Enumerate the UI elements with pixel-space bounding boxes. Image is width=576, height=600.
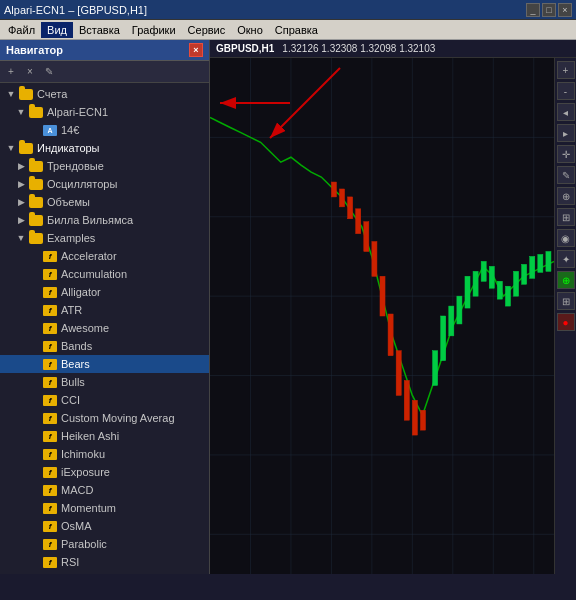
tree-item-alligator[interactable]: Alligator <box>0 283 209 301</box>
svg-rect-24 <box>514 271 519 296</box>
svg-rect-28 <box>546 252 551 272</box>
expand-icon-momentum <box>28 501 42 515</box>
chart-add-button[interactable]: ⊕ <box>557 187 575 205</box>
chart-area: GBPUSD,H1 1.32126 1.32308 1.32098 1.3210… <box>210 40 576 574</box>
alpari-ecn1-label: Alpari-ECN1 <box>47 103 108 121</box>
chart-add2-button[interactable]: ⊕ <box>557 271 575 289</box>
navigator-panel: Навигатор × + × ✎ ▼ Счета ▼ Alpari-ECN1 <box>0 40 210 574</box>
svg-rect-34 <box>372 242 377 277</box>
menu-service[interactable]: Сервис <box>182 22 232 38</box>
tree-item-iexposure[interactable]: iExposure <box>0 463 209 481</box>
svg-rect-39 <box>412 400 417 435</box>
menu-insert[interactable]: Вставка <box>73 22 126 38</box>
tree-item-examples[interactable]: ▼ Examples <box>0 229 209 247</box>
chart-zoom-in-button[interactable]: + <box>557 61 575 79</box>
chart-template-button[interactable]: ✦ <box>557 250 575 268</box>
ichimoku-label: Ichimoku <box>61 445 105 463</box>
svg-rect-32 <box>356 209 361 234</box>
close-button[interactable]: × <box>558 3 572 17</box>
tree-item-oscillators[interactable]: ▶ Осцилляторы <box>0 175 209 193</box>
nav-properties-button[interactable]: ✎ <box>40 63 58 81</box>
nav-new-button[interactable]: + <box>2 63 20 81</box>
examples-label: Examples <box>47 229 95 247</box>
menu-view[interactable]: Вид <box>41 22 73 38</box>
expand-icon-awesome <box>28 321 42 335</box>
expand-icon-heiken-ashi <box>28 429 42 443</box>
menu-window[interactable]: Окно <box>231 22 269 38</box>
tree-item-ichimoku[interactable]: Ichimoku <box>0 445 209 463</box>
svg-rect-38 <box>404 381 409 421</box>
indicator-icon-rsi <box>42 555 58 569</box>
tree-item-account-146[interactable]: A 14€ <box>0 121 209 139</box>
menu-help[interactable]: Справка <box>269 22 324 38</box>
indicator-icon-macd <box>42 483 58 497</box>
menu-file[interactable]: Файл <box>2 22 41 38</box>
chart-dot-button[interactable]: ● <box>557 313 575 331</box>
expand-icon-iexposure <box>28 465 42 479</box>
svg-rect-31 <box>348 197 353 219</box>
tree-item-volumes[interactable]: ▶ Объемы <box>0 193 209 211</box>
title-controls: _ □ × <box>526 3 572 17</box>
navigator-tree: ▼ Счета ▼ Alpari-ECN1 A 14€ ▼ Индикаторы <box>0 83 209 574</box>
tree-item-rsi[interactable]: RSI <box>0 553 209 571</box>
oscillators-label: Осцилляторы <box>47 175 117 193</box>
folder-icon-accounts <box>18 87 34 101</box>
chart-indicator-button[interactable]: ◉ <box>557 229 575 247</box>
indicator-icon-cci <box>42 393 58 407</box>
chart-grid-button[interactable]: ⊞ <box>557 208 575 226</box>
expand-icon-bands <box>28 339 42 353</box>
tree-item-accumulation[interactable]: Accumulation <box>0 265 209 283</box>
tree-item-osma[interactable]: OsMA <box>0 517 209 535</box>
chart-crosshair-button[interactable]: ✛ <box>557 145 575 163</box>
tree-item-bands[interactable]: Bands <box>0 337 209 355</box>
chart-scroll-right-button[interactable]: ▸ <box>557 124 575 142</box>
svg-rect-17 <box>457 296 462 324</box>
main-layout: Навигатор × + × ✎ ▼ Счета ▼ Alpari-ECN1 <box>0 40 576 574</box>
tree-item-accounts[interactable]: ▼ Счета <box>0 85 209 103</box>
tree-item-stochastic[interactable]: Stochastic <box>0 571 209 574</box>
tree-item-bulls[interactable]: Bulls <box>0 373 209 391</box>
atr-label: ATR <box>61 301 82 319</box>
tree-item-indicators[interactable]: ▼ Индикаторы <box>0 139 209 157</box>
expand-icon-cci <box>28 393 42 407</box>
tree-item-accelerator[interactable]: Accelerator <box>0 247 209 265</box>
indicator-icon-osma <box>42 519 58 533</box>
tree-item-trend[interactable]: ▶ Трендовые <box>0 157 209 175</box>
tree-item-macd[interactable]: MACD <box>0 481 209 499</box>
minimize-button[interactable]: _ <box>526 3 540 17</box>
account-icon: A <box>42 123 58 137</box>
indicator-icon-parabolic <box>42 537 58 551</box>
indicator-icon-heiken-ashi <box>42 429 58 443</box>
expand-icon-bears <box>28 357 42 371</box>
chart-scroll-left-button[interactable]: ◂ <box>557 103 575 121</box>
awesome-label: Awesome <box>61 319 109 337</box>
navigator-title: Навигатор <box>6 44 63 56</box>
chart-canvas[interactable]: + - ◂ ▸ ✛ ✎ ⊕ ⊞ ◉ ✦ ⊕ ⊞ ● <box>210 58 576 574</box>
tree-item-alpari-ecn1[interactable]: ▼ Alpari-ECN1 <box>0 103 209 121</box>
nav-delete-button[interactable]: × <box>21 63 39 81</box>
tree-item-custom-ma[interactable]: Custom Moving Averag <box>0 409 209 427</box>
tree-item-awesome[interactable]: Awesome <box>0 319 209 337</box>
chart-zoom-out-button[interactable]: - <box>557 82 575 100</box>
tree-item-bills[interactable]: ▶ Билла Вильямса <box>0 211 209 229</box>
chart-pen-button[interactable]: ✎ <box>557 166 575 184</box>
menu-charts[interactable]: Графики <box>126 22 182 38</box>
expand-icon-parabolic <box>28 537 42 551</box>
svg-rect-26 <box>530 256 535 278</box>
expand-icon-rsi <box>28 555 42 569</box>
chart-grid2-button[interactable]: ⊞ <box>557 292 575 310</box>
tree-item-parabolic[interactable]: Parabolic <box>0 535 209 553</box>
svg-rect-14 <box>433 351 438 386</box>
heiken-ashi-label: Heiken Ashi <box>61 427 119 445</box>
navigator-close-button[interactable]: × <box>189 43 203 57</box>
tree-item-momentum[interactable]: Momentum <box>0 499 209 517</box>
tree-item-bears[interactable]: Bears <box>0 355 209 373</box>
expand-icon-atr <box>28 303 42 317</box>
indicator-icon-awesome <box>42 321 58 335</box>
maximize-button[interactable]: □ <box>542 3 556 17</box>
tree-item-atr[interactable]: ATR <box>0 301 209 319</box>
svg-rect-16 <box>449 306 454 336</box>
tree-item-heiken-ashi[interactable]: Heiken Ashi <box>0 427 209 445</box>
indicators-label: Индикаторы <box>37 139 100 157</box>
tree-item-cci[interactable]: CCI <box>0 391 209 409</box>
